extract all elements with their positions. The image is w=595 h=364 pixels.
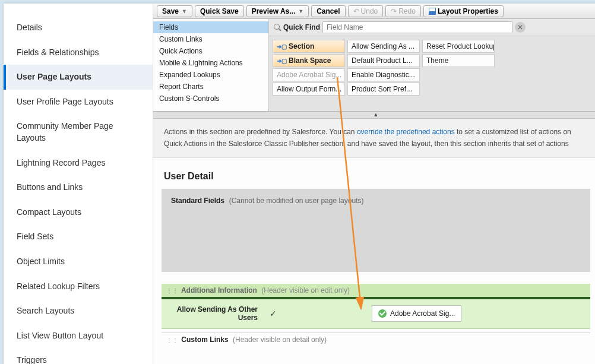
layout-properties-icon bbox=[429, 8, 436, 15]
cancel-button[interactable]: Cancel bbox=[311, 5, 345, 17]
sidebar-item-label: Fields & Relationships bbox=[17, 48, 99, 57]
palette-item-enable-diagnostic[interactable]: Enable Diagnostic... bbox=[347, 68, 420, 81]
category-custom-s-controls[interactable]: Custom S-Controls bbox=[153, 93, 268, 105]
palette-expand-toggle[interactable]: ▲ bbox=[153, 112, 595, 119]
sidebar-item-label: Buttons and Links bbox=[17, 182, 83, 192]
sidebar-item-label: User Page Layouts bbox=[17, 72, 91, 81]
undo-icon: ↶ bbox=[353, 7, 359, 15]
quickfind-label: Quick Find bbox=[283, 23, 320, 31]
quickfind-row: Quick Find ✕ bbox=[269, 19, 595, 36]
custom-links-sub: (Header visible on detail only) bbox=[233, 335, 327, 344]
category-mobile-lightning-actions[interactable]: Mobile & Lightning Actions bbox=[153, 57, 268, 69]
sidebar-item-compact-layouts[interactable]: Compact Layouts bbox=[4, 200, 153, 225]
canvas: Actions in this section are predefined b… bbox=[153, 119, 595, 364]
category-quick-actions[interactable]: Quick Actions bbox=[153, 45, 268, 57]
sidebar-item-lightning-record-pages[interactable]: Lightning Record Pages bbox=[4, 151, 153, 176]
notice-banner: Actions in this section are predefined b… bbox=[153, 119, 595, 158]
sidebar-item-label: Community Member Page Layouts bbox=[17, 121, 113, 143]
chevron-down-icon: ▼ bbox=[182, 8, 187, 14]
palette-items: ➜▢Section ➜▢Blank Space Adobe Acrobat Si… bbox=[269, 36, 595, 99]
checkmark-icon: ✓ bbox=[270, 309, 277, 318]
quickfind-input[interactable] bbox=[322, 21, 512, 33]
chevron-down-icon: ▼ bbox=[298, 8, 303, 14]
sidebar-item-details[interactable]: Details bbox=[4, 15, 153, 40]
sidebar-item-list-view-button-layout[interactable]: List View Button Layout bbox=[4, 324, 153, 349]
success-icon bbox=[378, 309, 387, 318]
undo-button[interactable]: ↶Undo bbox=[348, 5, 384, 17]
sidebar-item-user-page-layouts[interactable]: User Page Layouts bbox=[4, 65, 153, 90]
standard-fields-panel: Standard Fields (Cannot be modified on u… bbox=[162, 189, 590, 272]
quick-save-button[interactable]: Quick Save bbox=[195, 5, 244, 17]
sidebar-item-label: Related Lookup Filters bbox=[17, 281, 100, 291]
sidebar: Details Fields & Relationships User Page… bbox=[4, 4, 153, 364]
field-label-allow-sending: Allow Sending As Other Users bbox=[169, 305, 258, 322]
save-button[interactable]: Save▼ bbox=[157, 5, 192, 17]
drag-handle-icon[interactable]: ⋮⋮ bbox=[166, 337, 178, 343]
layout-properties-button[interactable]: Layout Properties bbox=[423, 5, 504, 17]
category-report-charts[interactable]: Report Charts bbox=[153, 81, 268, 93]
additional-information-section: ⋮⋮ Additional Information (Header visibl… bbox=[162, 284, 590, 329]
standard-fields-note: (Cannot be modified on user page layouts… bbox=[229, 197, 364, 205]
palette-item-blank-space[interactable]: ➜▢Blank Space bbox=[273, 54, 345, 67]
additional-info-body: Allow Sending As Other Users ✓ Adobe Acr… bbox=[162, 299, 590, 329]
sidebar-item-related-lookup-filters[interactable]: Related Lookup Filters bbox=[4, 274, 153, 299]
sidebar-item-triggers[interactable]: Triggers bbox=[4, 348, 153, 364]
sidebar-item-label: Object Limits bbox=[17, 257, 65, 266]
sidebar-item-label: Search Layouts bbox=[17, 306, 74, 315]
custom-links-section: ⋮⋮ Custom Links (Header visible on detai… bbox=[162, 333, 590, 346]
section-title-user-detail: User Detail bbox=[153, 158, 595, 189]
sidebar-item-object-limits[interactable]: Object Limits bbox=[4, 249, 153, 274]
category-custom-links[interactable]: Custom Links bbox=[153, 33, 268, 45]
insert-arrow-icon: ➜▢ bbox=[277, 43, 287, 50]
sidebar-item-field-sets[interactable]: Field Sets bbox=[4, 224, 153, 249]
sidebar-item-search-layouts[interactable]: Search Layouts bbox=[4, 299, 153, 324]
palette-item-theme[interactable]: Theme bbox=[422, 54, 495, 67]
palette-item-allow-output[interactable]: Allow Output Form... bbox=[273, 83, 345, 96]
custom-links-header: Custom Links bbox=[181, 335, 228, 344]
clear-search-button[interactable]: ✕ bbox=[515, 22, 526, 33]
insert-arrow-icon: ➜▢ bbox=[277, 58, 287, 64]
main: Save▼ Quick Save Preview As...▼ Cancel ↶… bbox=[153, 4, 595, 364]
category-expanded-lookups[interactable]: Expanded Lookups bbox=[153, 69, 268, 81]
sidebar-item-label: Details bbox=[17, 23, 42, 32]
toolbar: Save▼ Quick Save Preview As...▼ Cancel ↶… bbox=[153, 4, 595, 19]
palette-item-section[interactable]: ➜▢Section bbox=[273, 40, 345, 53]
drag-handle-icon[interactable]: ⋮⋮ bbox=[166, 287, 178, 294]
standard-fields-header: Standard Fields bbox=[171, 197, 224, 205]
search-icon bbox=[274, 24, 281, 31]
palette-item-default-product[interactable]: Default Product L... bbox=[347, 54, 420, 67]
redo-button[interactable]: ↷Redo bbox=[385, 5, 421, 17]
sidebar-item-label: Triggers bbox=[17, 355, 47, 364]
sidebar-item-label: User Profile Page Layouts bbox=[17, 97, 113, 106]
sidebar-item-label: Lightning Record Pages bbox=[17, 158, 105, 167]
category-fields[interactable]: Fields bbox=[153, 21, 268, 33]
sidebar-item-label: Field Sets bbox=[17, 232, 53, 241]
preview-as-button[interactable]: Preview As...▼ bbox=[246, 5, 309, 17]
palette-item-reset-product-lookup[interactable]: Reset Product Lookup bbox=[422, 40, 495, 53]
sidebar-item-buttons-links[interactable]: Buttons and Links bbox=[4, 175, 153, 200]
sidebar-item-fields-relationships[interactable]: Fields & Relationships bbox=[4, 40, 153, 65]
sidebar-item-community-member-page-layouts[interactable]: Community Member Page Layouts bbox=[4, 114, 153, 150]
palette-item-adobe-acrobat[interactable]: Adobe Acrobat Sig... bbox=[273, 68, 345, 81]
additional-info-header: ⋮⋮ Additional Information (Header visibl… bbox=[162, 284, 590, 299]
sidebar-item-user-profile-page-layouts[interactable]: User Profile Page Layouts bbox=[4, 90, 153, 115]
palette-item-allow-sending[interactable]: Allow Sending As ... bbox=[347, 40, 420, 53]
drop-target-adobe-acrobat[interactable]: Adobe Acrobat Sig... bbox=[372, 305, 461, 322]
palette-categories: Fields Custom Links Quick Actions Mobile… bbox=[153, 19, 269, 111]
sidebar-item-label: List View Button Layout bbox=[17, 331, 103, 340]
sidebar-item-label: Compact Layouts bbox=[17, 207, 81, 217]
palette-item-product-sort[interactable]: Product Sort Pref... bbox=[347, 83, 420, 96]
palette: Fields Custom Links Quick Actions Mobile… bbox=[153, 19, 595, 112]
override-actions-link[interactable]: override the predefined actions bbox=[357, 128, 455, 136]
redo-icon: ↷ bbox=[391, 7, 397, 15]
